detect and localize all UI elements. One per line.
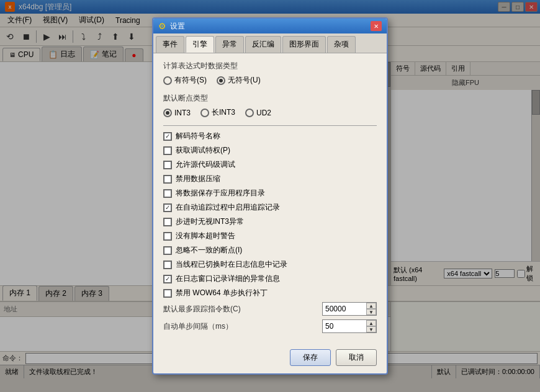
- checkbox-label-11: 禁用 WOW64 单步执行补丁: [176, 288, 268, 298]
- checkbox-8[interactable]: [163, 246, 172, 255]
- checkbox-label-3: 禁用数据压缩: [176, 174, 220, 184]
- checkbox-item-9[interactable]: 当线程已切换时在日志信息中记录: [163, 259, 377, 270]
- checkbox-label-4: 将数据保存于应用程序目录: [176, 188, 265, 198]
- checkbox-item-11[interactable]: 禁用 WOW64 单步执行补丁: [163, 288, 377, 298]
- dialog-tab-events[interactable]: 事件: [156, 36, 184, 53]
- checkbox-item-5[interactable]: 在自动追踪过程中启用追踪记录: [163, 202, 377, 213]
- calc-type-radio-group: 有符号(S) 无符号(U): [163, 75, 377, 86]
- spinbox-1: ▲ ▼: [322, 319, 377, 333]
- dialog-close-button[interactable]: ✕: [371, 21, 382, 31]
- spinbox-arrows-1: ▲ ▼: [366, 320, 376, 332]
- spinbox-label-1: 自动单步间隔（ms）: [163, 321, 317, 332]
- checkbox-item-2[interactable]: 允许源代码级调试: [163, 159, 377, 170]
- checkbox-item-8[interactable]: 忽略不一致的断点(I): [163, 245, 377, 256]
- radio-int3-circle: [163, 109, 172, 117]
- checkbox-label-6: 步进时无视INT3异常: [176, 216, 244, 227]
- checkbox-label-2: 允许源代码级调试: [176, 159, 235, 170]
- spinbox-row-1: 自动单步间隔（ms） ▲ ▼: [163, 319, 377, 333]
- checkbox-label-1: 获取调试特权(P): [176, 145, 230, 156]
- checkbox-item-0[interactable]: 解码符号名称: [163, 131, 377, 141]
- dialog-title-bar: ⚙ 设置 ✕: [153, 19, 387, 33]
- spinbox-up-1[interactable]: ▲: [366, 320, 376, 326]
- radio-signed[interactable]: 有符号(S): [163, 75, 207, 86]
- save-button[interactable]: 保存: [290, 349, 331, 366]
- bp-type-label: 默认断点类型: [163, 93, 377, 104]
- radio-int3[interactable]: INT3: [163, 109, 191, 117]
- dialog-tab-disasm[interactable]: 反汇编: [245, 36, 281, 53]
- settings-dialog: ⚙ 设置 ✕ 事件 引擎 异常 反汇编 图形界面 杂项 计算表达式时数据类型 有…: [152, 17, 388, 375]
- checkbox-item-10[interactable]: 在日志窗口记录详细的异常信息: [163, 274, 377, 284]
- spinbox-row-0: 默认最多跟踪指令数(C) ▲ ▼: [163, 302, 377, 316]
- checkbox-label-7: 没有脚本超时警告: [176, 231, 235, 241]
- checkbox-label-5: 在自动追踪过程中启用追踪记录: [176, 202, 280, 213]
- checkbox-5[interactable]: [163, 203, 172, 212]
- radio-ud2-circle: [245, 109, 254, 117]
- radio-unsigned[interactable]: 无符号(U): [217, 75, 261, 86]
- dialog-tab-misc[interactable]: 杂项: [327, 36, 356, 53]
- checkbox-item-6[interactable]: 步进时无视INT3异常: [163, 216, 377, 227]
- radio-ud2[interactable]: UD2: [245, 109, 271, 117]
- checkbox-item-7[interactable]: 没有脚本超时警告: [163, 231, 377, 241]
- bp-type-radio-group: INT3 长INT3 UD2: [163, 107, 377, 118]
- divider: [163, 125, 377, 126]
- checkbox-label-0: 解码符号名称: [176, 131, 220, 141]
- spinbox-down-1[interactable]: ▼: [366, 326, 376, 332]
- dialog-title-text: 设置: [170, 21, 185, 32]
- checkbox-6[interactable]: [163, 218, 172, 226]
- checkbox-label-8: 忽略不一致的断点(I): [176, 245, 242, 256]
- dialog-tab-gui[interactable]: 图形界面: [282, 36, 326, 53]
- checkbox-item-4[interactable]: 将数据保存于应用程序目录: [163, 188, 377, 198]
- spinbox-0: ▲ ▼: [322, 302, 377, 316]
- radio-signed-circle: [163, 76, 172, 85]
- checkbox-10[interactable]: [163, 275, 172, 283]
- spinbox-up-0[interactable]: ▲: [366, 303, 376, 309]
- dialog-title-left: ⚙ 设置: [158, 21, 185, 32]
- spinbox-input-1[interactable]: [323, 320, 366, 332]
- checkbox-4[interactable]: [163, 189, 172, 198]
- radio-long-int3-circle: [200, 109, 209, 117]
- dialog-tab-engine[interactable]: 引擎: [186, 36, 214, 53]
- checkboxes-container: 解码符号名称获取调试特权(P)允许源代码级调试禁用数据压缩将数据保存于应用程序目…: [163, 131, 377, 298]
- checkbox-label-9: 当线程已切换时在日志信息中记录: [176, 259, 287, 270]
- spinbox-arrows-0: ▲ ▼: [366, 303, 376, 315]
- checkbox-label-10: 在日志窗口记录详细的异常信息: [176, 274, 280, 284]
- radio-long-int3[interactable]: 长INT3: [200, 107, 235, 118]
- spinbox-label-0: 默认最多跟踪指令数(C): [163, 304, 317, 314]
- cancel-button[interactable]: 取消: [336, 349, 377, 366]
- dialog-content: 计算表达式时数据类型 有符号(S) 无符号(U) 默认断点类型 INT3: [153, 53, 387, 344]
- settings-gear-icon: ⚙: [158, 21, 166, 31]
- checkbox-2[interactable]: [163, 161, 172, 169]
- checkbox-3[interactable]: [163, 175, 172, 184]
- dialog-footer: 保存 取消: [153, 344, 387, 373]
- checkbox-9[interactable]: [163, 261, 172, 269]
- checkbox-7[interactable]: [163, 232, 172, 241]
- checkbox-1[interactable]: [163, 146, 172, 155]
- spinbox-down-0[interactable]: ▼: [366, 309, 376, 315]
- spinbox-input-0[interactable]: [323, 303, 366, 315]
- checkbox-0[interactable]: [163, 132, 172, 141]
- checkbox-item-3[interactable]: 禁用数据压缩: [163, 174, 377, 184]
- calc-type-label: 计算表达式时数据类型: [163, 61, 377, 71]
- dialog-tab-exceptions[interactable]: 异常: [215, 36, 244, 53]
- dialog-tabs: 事件 引擎 异常 反汇编 图形界面 杂项: [153, 33, 387, 53]
- dialog-overlay: ⚙ 设置 ✕ 事件 引擎 异常 反汇编 图形界面 杂项 计算表达式时数据类型 有…: [0, 0, 540, 392]
- checkbox-item-1[interactable]: 获取调试特权(P): [163, 145, 377, 156]
- radio-unsigned-circle: [217, 76, 225, 85]
- checkbox-11[interactable]: [163, 289, 172, 298]
